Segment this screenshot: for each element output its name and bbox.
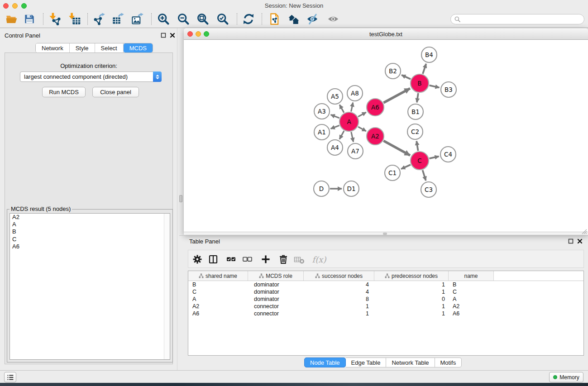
open-session-button[interactable] [4,12,19,26]
table-cell[interactable]: A6 [188,310,248,317]
result-list-item[interactable]: B [10,228,170,235]
graph-node-C1[interactable]: C1 [385,165,400,181]
graph-edge-A-A4[interactable] [339,131,344,139]
float-panel-icon[interactable] [568,238,574,244]
export-network-button[interactable] [91,12,107,26]
graph-node-B[interactable]: B [411,74,429,92]
result-list-item[interactable]: A [10,221,170,228]
tab-edge-table[interactable]: Edge Table [346,357,387,367]
deselect-all-columns-button[interactable] [239,252,255,267]
table-cell[interactable]: A [449,295,494,303]
graph-node-A2[interactable]: A2 [367,128,384,145]
delete-column-button[interactable] [275,252,291,267]
save-session-button[interactable] [22,12,37,26]
table-cell[interactable]: 1 [304,303,374,310]
clone-network-button[interactable] [267,12,282,26]
tab-motifs[interactable]: Motifs [435,357,462,367]
table-cell[interactable]: dominator [248,288,304,295]
tab-style[interactable]: Style [70,43,95,52]
graph-edge-B-B4[interactable] [423,64,426,74]
export-image-button[interactable] [130,12,145,26]
network-window-titlebar[interactable]: testGlobe.txt [184,28,588,40]
graph-edge-A2-C[interactable] [383,141,410,155]
close-panel-icon[interactable] [577,238,583,244]
tab-mcds[interactable]: MCDS [124,43,153,52]
table-row[interactable]: A2connector11A2 [188,303,583,310]
graph-node-A6[interactable]: A6 [367,99,384,116]
table-cell[interactable]: 1 [374,288,449,295]
graph-node-A3[interactable]: A3 [314,104,330,119]
delete-table-button[interactable] [292,252,307,267]
graph-node-B2[interactable]: B2 [385,63,401,79]
graph-node-A8[interactable]: A8 [347,86,363,101]
column-header-predecessor-nodes[interactable]: predecessor nodes [374,271,449,281]
table-cell[interactable]: 1 [374,310,449,317]
graph-edge-A-A2[interactable] [358,127,366,131]
graph-edge-A-A5[interactable] [339,105,344,113]
result-list-item[interactable]: C [10,236,170,243]
result-list-item[interactable]: A6 [10,243,170,250]
table-cell[interactable]: 8 [304,295,374,303]
table-cell[interactable]: 4 [304,288,374,295]
table-cell[interactable]: A2 [188,303,248,310]
graph-edge-C-C2[interactable] [416,141,418,151]
graph-node-A[interactable]: A [339,112,359,131]
task-history-button[interactable] [4,372,16,382]
table-row[interactable]: A6connector11A6 [188,310,583,317]
graph-node-C2[interactable]: C2 [407,124,423,139]
table-cell[interactable]: connector [248,310,304,317]
result-list-item[interactable]: A2 [10,214,170,221]
table-cell[interactable]: 1 [374,303,449,310]
hide-selected-button[interactable] [305,12,320,26]
table-cell[interactable]: B [449,281,494,288]
resize-grip-icon[interactable] [581,229,587,234]
graph-edge-A-A6[interactable] [358,112,366,117]
graph-edge-C-C4[interactable] [429,157,439,159]
table-cell[interactable]: A6 [449,310,494,317]
table-cell[interactable]: 4 [304,281,374,288]
table-cell[interactable]: 0 [374,295,449,303]
graph-edge-B-B2[interactable] [402,75,411,79]
graph-node-D1[interactable]: D1 [344,181,359,196]
table-cell[interactable]: 1 [374,281,449,288]
select-all-columns-button[interactable] [223,252,239,267]
network-hscrollbar-thumb[interactable] [383,233,387,235]
column-header-name[interactable]: name [449,271,494,281]
graph-node-C[interactable]: C [411,152,429,170]
table-row[interactable]: Bdominator41B [188,281,583,288]
refresh-button[interactable] [241,12,256,26]
close-panel-button[interactable]: Close panel [92,87,139,97]
table-row[interactable]: Cdominator41C [188,288,583,295]
zoom-in-button[interactable] [156,12,171,26]
import-table-button[interactable] [67,12,82,26]
column-header-shared-name[interactable]: shared name [188,271,248,281]
tab-select[interactable]: Select [95,43,124,52]
tab-network-table[interactable]: Network Table [386,357,435,367]
table-cell[interactable]: 1 [304,310,374,317]
network-canvas[interactable]: B4B2BB3A8A5A6A3B1AA1C2A2A4A7C4CC1C3DD1 [184,40,588,232]
search-input[interactable] [463,16,580,23]
graph-node-B3[interactable]: B3 [441,82,456,97]
splitter-handle[interactable] [179,195,182,202]
tab-network[interactable]: Network [36,43,70,52]
graph-node-A1[interactable]: A1 [314,124,330,140]
table-cell[interactable]: C [449,288,494,295]
table-row[interactable]: Adominator80A [188,295,583,303]
table-cell[interactable]: B [188,281,248,288]
create-column-button[interactable] [258,252,273,267]
table-options-button[interactable] [190,252,205,267]
graph-edge-A6-B[interactable] [383,88,410,103]
graph-node-A5[interactable]: A5 [327,89,343,104]
graph-node-A4[interactable]: A4 [327,140,343,155]
apply-layout-button[interactable] [286,12,301,26]
graph-node-C4[interactable]: C4 [440,147,456,162]
table-cell[interactable]: dominator [248,281,304,288]
run-mcds-button[interactable]: Run MCDS [42,87,86,97]
graph-node-B4[interactable]: B4 [421,47,437,62]
table-cell[interactable]: A2 [449,303,494,310]
graph-edge-C-C1[interactable] [401,165,411,169]
graph-edge-B-B3[interactable] [429,86,439,88]
optimization-criterion-select[interactable]: largest connected component (directed) [20,71,162,82]
import-network-button[interactable] [47,12,62,26]
network-hscrollbar[interactable] [184,232,588,235]
